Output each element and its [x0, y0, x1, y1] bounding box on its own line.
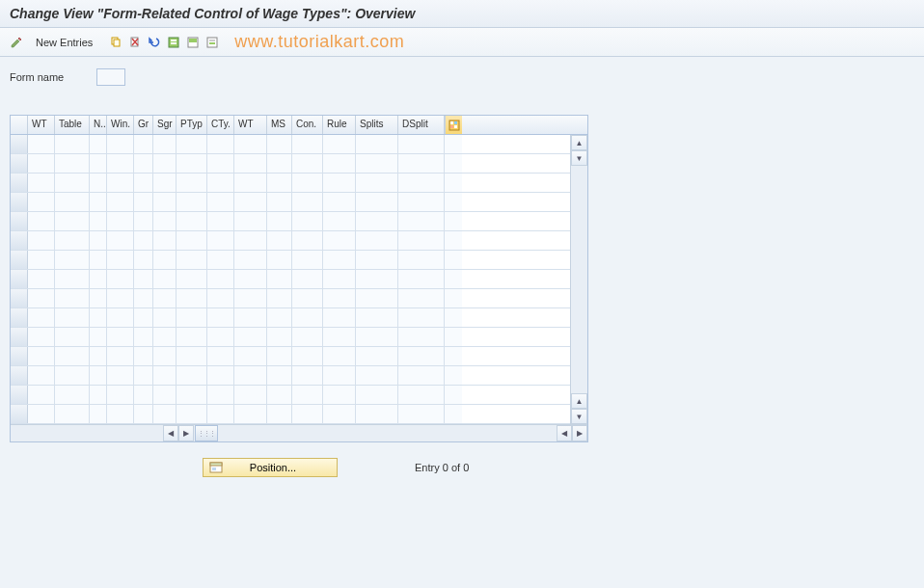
table-cell[interactable] — [55, 231, 90, 250]
table-cell[interactable] — [292, 386, 323, 404]
table-cell[interactable] — [107, 347, 134, 365]
table-cell[interactable] — [267, 328, 292, 346]
table-cell[interactable] — [398, 212, 445, 230]
table-cell[interactable] — [356, 328, 398, 346]
table-cell[interactable] — [267, 405, 292, 423]
table-cell[interactable] — [292, 231, 323, 250]
delete-icon[interactable] — [126, 34, 144, 51]
table-cell[interactable] — [153, 193, 177, 211]
vertical-scrollbar[interactable]: ▲ ▼ ▲ ▼ — [570, 135, 587, 424]
row-selector[interactable] — [11, 386, 28, 404]
table-cell[interactable] — [323, 347, 356, 365]
table-cell[interactable] — [90, 328, 107, 346]
table-cell[interactable] — [90, 289, 107, 307]
table-cell[interactable] — [267, 174, 292, 192]
table-cell[interactable] — [323, 174, 356, 192]
table-cell[interactable] — [398, 289, 445, 307]
row-selector[interactable] — [11, 328, 28, 346]
table-cell[interactable] — [153, 135, 177, 153]
table-cell[interactable] — [234, 251, 267, 269]
table-cell[interactable] — [90, 308, 107, 327]
column-header[interactable]: DSplit — [398, 116, 445, 134]
table-cell[interactable] — [292, 174, 323, 192]
table-cell[interactable] — [267, 366, 292, 385]
table-cell[interactable] — [107, 386, 134, 404]
scroll-thumb[interactable]: ⋮⋮⋮ — [195, 425, 218, 441]
row-selector[interactable] — [11, 405, 28, 423]
table-cell[interactable] — [207, 270, 234, 288]
scroll-left-arrow-icon[interactable]: ◀ — [163, 425, 178, 441]
column-header[interactable]: WT — [234, 116, 267, 134]
table-cell[interactable] — [28, 328, 55, 346]
table-cell[interactable] — [153, 231, 177, 250]
column-header[interactable]: Table — [55, 116, 90, 134]
table-cell[interactable] — [134, 366, 153, 385]
table-cell[interactable] — [55, 251, 90, 269]
table-cell[interactable] — [134, 328, 153, 346]
table-cell[interactable] — [292, 289, 323, 307]
table-cell[interactable] — [153, 270, 177, 288]
table-cell[interactable] — [177, 328, 207, 346]
table-cell[interactable] — [323, 193, 356, 211]
table-cell[interactable] — [55, 193, 90, 211]
table-cell[interactable] — [90, 154, 107, 173]
table-cell[interactable] — [207, 193, 234, 211]
table-cell[interactable] — [153, 366, 177, 385]
table-cell[interactable] — [177, 386, 207, 404]
table-cell[interactable] — [267, 154, 292, 173]
table-cell[interactable] — [90, 405, 107, 423]
table-cell[interactable] — [323, 270, 356, 288]
table-cell[interactable] — [134, 174, 153, 192]
column-header[interactable]: Con. — [292, 116, 323, 134]
table-cell[interactable] — [134, 386, 153, 404]
table-cell[interactable] — [356, 135, 398, 153]
table-cell[interactable] — [267, 347, 292, 365]
row-selector[interactable] — [11, 193, 28, 211]
table-cell[interactable] — [207, 154, 234, 173]
table-cell[interactable] — [55, 386, 90, 404]
table-cell[interactable] — [267, 270, 292, 288]
table-cell[interactable] — [356, 366, 398, 385]
table-cell[interactable] — [323, 386, 356, 404]
table-cell[interactable] — [177, 231, 207, 250]
table-cell[interactable] — [153, 347, 177, 365]
row-selector[interactable] — [11, 135, 28, 153]
table-cell[interactable] — [55, 308, 90, 327]
table-cell[interactable] — [28, 347, 55, 365]
table-cell[interactable] — [207, 251, 234, 269]
column-header[interactable]: PTyp — [177, 116, 207, 134]
table-cell[interactable] — [267, 135, 292, 153]
table-cell[interactable] — [356, 212, 398, 230]
row-selector[interactable] — [11, 308, 28, 327]
column-header[interactable]: CTy. — [207, 116, 234, 134]
select-all-icon[interactable] — [165, 34, 182, 51]
table-cell[interactable] — [356, 154, 398, 173]
table-cell[interactable] — [234, 154, 267, 173]
table-cell[interactable] — [234, 366, 267, 385]
table-cell[interactable] — [134, 347, 153, 365]
table-cell[interactable] — [177, 251, 207, 269]
table-cell[interactable] — [134, 405, 153, 423]
row-selector[interactable] — [11, 289, 28, 307]
table-cell[interactable] — [398, 231, 445, 250]
table-cell[interactable] — [153, 154, 177, 173]
table-cell[interactable] — [292, 212, 323, 230]
table-cell[interactable] — [90, 135, 107, 153]
table-cell[interactable] — [107, 308, 134, 327]
table-cell[interactable] — [323, 308, 356, 327]
table-cell[interactable] — [107, 289, 134, 307]
table-cell[interactable] — [234, 328, 267, 346]
table-cell[interactable] — [55, 154, 90, 173]
table-cell[interactable] — [28, 251, 55, 269]
table-cell[interactable] — [90, 212, 107, 230]
table-cell[interactable] — [323, 366, 356, 385]
table-cell[interactable] — [234, 193, 267, 211]
table-cell[interactable] — [292, 270, 323, 288]
table-cell[interactable] — [177, 405, 207, 423]
table-cell[interactable] — [28, 154, 55, 173]
column-header[interactable]: Rule — [323, 116, 356, 134]
table-cell[interactable] — [55, 174, 90, 192]
table-cell[interactable] — [55, 212, 90, 230]
table-cell[interactable] — [267, 212, 292, 230]
table-cell[interactable] — [28, 308, 55, 327]
